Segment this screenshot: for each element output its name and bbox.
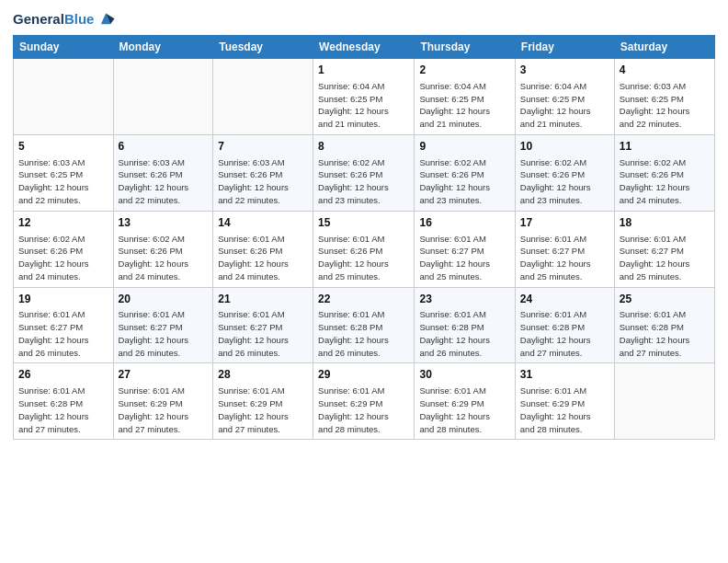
week-row-3: 12Sunrise: 6:02 AM Sunset: 6:26 PM Dayli… xyxy=(14,211,715,287)
day-number: 19 xyxy=(18,292,108,307)
day-cell: 5Sunrise: 6:03 AM Sunset: 6:25 PM Daylig… xyxy=(14,134,114,211)
day-number: 3 xyxy=(520,63,609,78)
day-number: 10 xyxy=(520,139,609,155)
day-cell: 12Sunrise: 6:02 AM Sunset: 6:26 PM Dayli… xyxy=(14,211,114,287)
day-number: 17 xyxy=(520,215,609,231)
day-cell: 26Sunrise: 6:01 AM Sunset: 6:28 PM Dayli… xyxy=(14,363,114,440)
day-info: Sunrise: 6:01 AM Sunset: 6:28 PM Dayligh… xyxy=(419,308,509,359)
day-number: 29 xyxy=(318,367,409,383)
calendar-table: SundayMondayTuesdayWednesdayThursdayFrid… xyxy=(13,35,715,440)
day-cell: 25Sunrise: 6:01 AM Sunset: 6:28 PM Dayli… xyxy=(614,287,714,363)
day-info: Sunrise: 6:01 AM Sunset: 6:27 PM Dayligh… xyxy=(620,233,710,283)
day-cell: 31Sunrise: 6:01 AM Sunset: 6:29 PM Dayli… xyxy=(515,363,614,440)
col-header-friday: Friday xyxy=(515,36,614,59)
day-info: Sunrise: 6:01 AM Sunset: 6:26 PM Dayligh… xyxy=(218,233,308,283)
day-info: Sunrise: 6:01 AM Sunset: 6:29 PM Dayligh… xyxy=(119,385,209,435)
day-cell: 30Sunrise: 6:01 AM Sunset: 6:29 PM Dayli… xyxy=(415,363,515,440)
day-number: 2 xyxy=(419,63,509,78)
day-info: Sunrise: 6:04 AM Sunset: 6:25 PM Dayligh… xyxy=(318,80,409,131)
day-cell: 24Sunrise: 6:01 AM Sunset: 6:28 PM Dayli… xyxy=(515,287,614,363)
day-cell: 2Sunrise: 6:04 AM Sunset: 6:25 PM Daylig… xyxy=(415,59,515,135)
day-cell: 9Sunrise: 6:02 AM Sunset: 6:26 PM Daylig… xyxy=(415,134,515,211)
day-number: 31 xyxy=(520,367,609,383)
day-cell: 1Sunrise: 6:04 AM Sunset: 6:25 PM Daylig… xyxy=(313,59,415,135)
week-row-4: 19Sunrise: 6:01 AM Sunset: 6:27 PM Dayli… xyxy=(14,287,715,363)
day-info: Sunrise: 6:04 AM Sunset: 6:25 PM Dayligh… xyxy=(419,80,509,131)
day-cell: 11Sunrise: 6:02 AM Sunset: 6:26 PM Dayli… xyxy=(614,134,714,211)
day-info: Sunrise: 6:01 AM Sunset: 6:28 PM Dayligh… xyxy=(620,308,710,359)
day-info: Sunrise: 6:01 AM Sunset: 6:27 PM Dayligh… xyxy=(520,233,609,283)
day-number: 30 xyxy=(419,367,509,383)
week-row-2: 5Sunrise: 6:03 AM Sunset: 6:25 PM Daylig… xyxy=(14,134,715,211)
day-cell: 3Sunrise: 6:04 AM Sunset: 6:25 PM Daylig… xyxy=(515,59,614,135)
day-info: Sunrise: 6:01 AM Sunset: 6:27 PM Dayligh… xyxy=(18,308,108,359)
day-info: Sunrise: 6:03 AM Sunset: 6:26 PM Dayligh… xyxy=(119,156,209,207)
day-number: 4 xyxy=(620,63,710,78)
day-info: Sunrise: 6:01 AM Sunset: 6:27 PM Dayligh… xyxy=(419,233,509,283)
day-number: 26 xyxy=(18,367,108,383)
day-info: Sunrise: 6:02 AM Sunset: 6:26 PM Dayligh… xyxy=(620,156,710,207)
day-number: 6 xyxy=(119,139,209,155)
day-info: Sunrise: 6:01 AM Sunset: 6:29 PM Dayligh… xyxy=(318,385,409,435)
day-info: Sunrise: 6:03 AM Sunset: 6:25 PM Dayligh… xyxy=(18,156,108,207)
col-header-tuesday: Tuesday xyxy=(213,36,313,59)
day-cell: 13Sunrise: 6:02 AM Sunset: 6:26 PM Dayli… xyxy=(113,211,213,287)
day-cell: 4Sunrise: 6:03 AM Sunset: 6:25 PM Daylig… xyxy=(614,59,714,135)
day-cell: 6Sunrise: 6:03 AM Sunset: 6:26 PM Daylig… xyxy=(113,134,213,211)
day-cell: 29Sunrise: 6:01 AM Sunset: 6:29 PM Dayli… xyxy=(313,363,415,440)
day-number: 11 xyxy=(620,139,710,155)
day-number: 21 xyxy=(218,292,308,307)
day-number: 14 xyxy=(218,215,308,231)
day-cell xyxy=(113,59,213,135)
day-cell: 22Sunrise: 6:01 AM Sunset: 6:28 PM Dayli… xyxy=(313,287,415,363)
day-info: Sunrise: 6:01 AM Sunset: 6:29 PM Dayligh… xyxy=(419,385,509,435)
week-row-5: 26Sunrise: 6:01 AM Sunset: 6:28 PM Dayli… xyxy=(14,363,715,440)
page: GeneralBlue SundayMondayTuesdayWednesday… xyxy=(0,0,728,563)
day-info: Sunrise: 6:01 AM Sunset: 6:28 PM Dayligh… xyxy=(520,308,609,359)
day-info: Sunrise: 6:01 AM Sunset: 6:28 PM Dayligh… xyxy=(318,308,409,359)
day-cell: 18Sunrise: 6:01 AM Sunset: 6:27 PM Dayli… xyxy=(614,211,714,287)
day-number: 28 xyxy=(218,367,308,383)
day-cell: 21Sunrise: 6:01 AM Sunset: 6:27 PM Dayli… xyxy=(213,287,313,363)
day-number: 15 xyxy=(318,215,409,231)
day-cell: 28Sunrise: 6:01 AM Sunset: 6:29 PM Dayli… xyxy=(213,363,313,440)
logo-icon xyxy=(96,9,116,29)
day-number: 12 xyxy=(18,215,108,231)
day-cell: 8Sunrise: 6:02 AM Sunset: 6:26 PM Daylig… xyxy=(313,134,415,211)
day-cell: 19Sunrise: 6:01 AM Sunset: 6:27 PM Dayli… xyxy=(14,287,114,363)
day-number: 25 xyxy=(620,292,710,307)
day-number: 9 xyxy=(419,139,509,155)
day-number: 20 xyxy=(119,292,209,307)
day-number: 22 xyxy=(318,292,409,307)
day-info: Sunrise: 6:03 AM Sunset: 6:25 PM Dayligh… xyxy=(620,80,710,131)
day-number: 7 xyxy=(218,139,308,155)
logo: GeneralBlue xyxy=(13,9,116,29)
day-number: 23 xyxy=(419,292,509,307)
day-info: Sunrise: 6:01 AM Sunset: 6:28 PM Dayligh… xyxy=(18,385,108,435)
day-info: Sunrise: 6:02 AM Sunset: 6:26 PM Dayligh… xyxy=(419,156,509,207)
day-cell: 14Sunrise: 6:01 AM Sunset: 6:26 PM Dayli… xyxy=(213,211,313,287)
day-cell: 20Sunrise: 6:01 AM Sunset: 6:27 PM Dayli… xyxy=(113,287,213,363)
day-number: 24 xyxy=(520,292,609,307)
day-info: Sunrise: 6:02 AM Sunset: 6:26 PM Dayligh… xyxy=(520,156,609,207)
col-header-sunday: Sunday xyxy=(14,36,114,59)
day-number: 8 xyxy=(318,139,409,155)
header-row: SundayMondayTuesdayWednesdayThursdayFrid… xyxy=(14,36,715,59)
day-info: Sunrise: 6:01 AM Sunset: 6:27 PM Dayligh… xyxy=(119,308,209,359)
col-header-thursday: Thursday xyxy=(415,36,515,59)
day-cell xyxy=(213,59,313,135)
day-info: Sunrise: 6:01 AM Sunset: 6:27 PM Dayligh… xyxy=(218,308,308,359)
day-cell: 17Sunrise: 6:01 AM Sunset: 6:27 PM Dayli… xyxy=(515,211,614,287)
header: GeneralBlue xyxy=(13,9,715,29)
col-header-wednesday: Wednesday xyxy=(313,36,415,59)
day-number: 13 xyxy=(119,215,209,231)
day-info: Sunrise: 6:02 AM Sunset: 6:26 PM Dayligh… xyxy=(18,233,108,283)
day-cell xyxy=(14,59,114,135)
day-info: Sunrise: 6:04 AM Sunset: 6:25 PM Dayligh… xyxy=(520,80,609,131)
day-number: 18 xyxy=(620,215,710,231)
day-info: Sunrise: 6:01 AM Sunset: 6:26 PM Dayligh… xyxy=(318,233,409,283)
day-number: 27 xyxy=(119,367,209,383)
day-info: Sunrise: 6:01 AM Sunset: 6:29 PM Dayligh… xyxy=(218,385,308,435)
day-cell: 10Sunrise: 6:02 AM Sunset: 6:26 PM Dayli… xyxy=(515,134,614,211)
day-cell: 27Sunrise: 6:01 AM Sunset: 6:29 PM Dayli… xyxy=(113,363,213,440)
